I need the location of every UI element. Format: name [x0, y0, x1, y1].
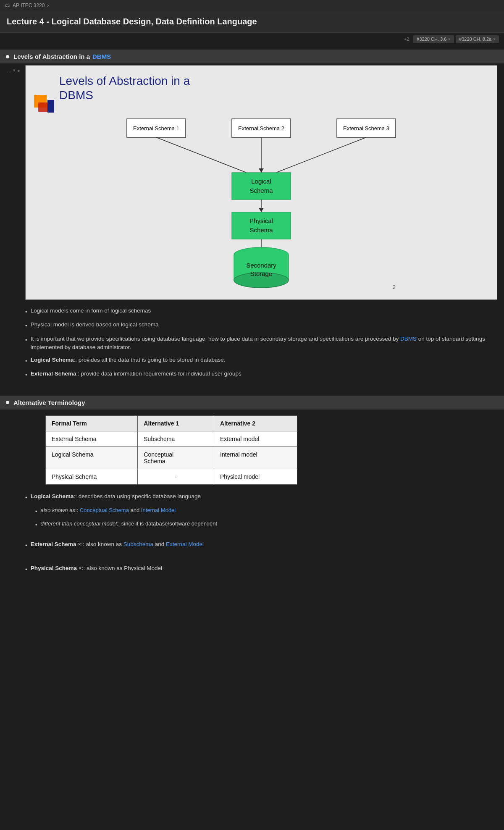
external-model-link[interactable]: External Model [166, 541, 204, 547]
sub-bullets-logical: • also known as:: Conceptual Schema and … [25, 506, 497, 529]
section1-notes: • Logical models come in form of logical… [0, 302, 504, 389]
svg-line-6 [156, 137, 247, 173]
table-cell: Physical Schema [46, 469, 138, 484]
bullet-external-schema: • External Schema ×:: also known as Subs… [25, 540, 497, 550]
conceptual-schema-link[interactable]: Conceptual Schema [80, 507, 129, 513]
tab-bar: +2 #3220 CH. 3.6 × #3220 CH. 8.2a × [0, 33, 504, 43]
table-row: External Schema Subschema External model [46, 431, 297, 447]
logical-schema-link[interactable]: Logical Schema [31, 493, 74, 499]
bullet-text: It is important that we provide specific… [31, 335, 496, 352]
section1-header: Levels of Abstraction in a DBMS [0, 50, 504, 63]
folder-icon: 🗂 [5, 3, 10, 8]
sub-bullet-item: • different than conceptual model:: sinc… [35, 520, 497, 529]
svg-text:Secondary: Secondary [246, 262, 276, 269]
bullet-text: Logical Schema:: describes data using sp… [31, 492, 201, 501]
col-header-alt1: Alternative 1 [138, 415, 214, 431]
section2-header: Alternative Terminology [0, 396, 504, 410]
slide-title: Levels of Abstraction in a DBMS [59, 74, 488, 102]
bullet-logical-schema: • Logical Schema:: describes data using … [25, 492, 497, 502]
svg-text:External Schema 1: External Schema 1 [133, 125, 179, 131]
section1-header-highlight: DBMS [92, 53, 111, 60]
tab-ch82a[interactable]: #3220 CH. 8.2a × [456, 35, 499, 43]
col-header-formal: Formal Term [46, 415, 138, 431]
bullet-dot: • [35, 507, 37, 516]
svg-marker-9 [259, 168, 264, 173]
table-row: Logical Schema ConceptualSchema Internal… [46, 447, 297, 469]
table-cell: Subschema [138, 431, 214, 447]
tab-ch82a-close[interactable]: × [493, 37, 496, 42]
internal-model-link[interactable]: Internal Model [141, 507, 176, 513]
table-row: Physical Schema - Physical model [46, 469, 297, 484]
svg-marker-14 [259, 208, 264, 212]
diagram-wrapper: External Schema 1 External Schema 2 Exte… [34, 110, 488, 291]
bullet-dot: • [25, 494, 27, 502]
section1-dot [6, 55, 9, 58]
abstraction-diagram: External Schema 1 External Schema 2 Exte… [118, 110, 404, 291]
svg-text:Physical: Physical [249, 217, 273, 224]
bullet-item: • It is important that we provide specif… [25, 335, 496, 352]
dbms-link[interactable]: DBMS [400, 336, 417, 342]
svg-text:External Schema 3: External Schema 3 [343, 125, 389, 131]
tab-ch36-close[interactable]: × [448, 37, 451, 42]
table-section: Formal Term Alternative 1 Alternative 2 … [0, 410, 504, 605]
svg-rect-10 [232, 173, 291, 200]
slide-wrapper: … ▾ ● Levels of Abstraction in a DBMS Ex… [0, 63, 504, 302]
svg-text:Logical: Logical [251, 178, 271, 185]
svg-text:Schema: Schema [249, 187, 273, 194]
breadcrumb: 🗂 AP ITEC 3220 › [0, 0, 504, 11]
bullet-text: External Schema:: provide data informati… [31, 370, 242, 378]
deco-blue [47, 100, 54, 113]
svg-text:Schema: Schema [249, 226, 273, 234]
sub-bullet-item: • also known as:: Conceptual Schema and … [35, 506, 497, 516]
svg-line-8 [276, 137, 366, 173]
bullet-dot: • [25, 357, 27, 365]
table-cell: ConceptualSchema [138, 447, 214, 469]
slide-frame: Levels of Abstraction in a DBMS External… [25, 65, 497, 300]
logical-schema-term: Logical Schema [31, 357, 74, 363]
bullet-dot: • [25, 371, 27, 379]
bullet-dot: • [25, 308, 27, 316]
slide-controls: … ▾ ● [7, 68, 20, 73]
bullet-text: Physical Schema ×:: also known as Physic… [31, 564, 162, 573]
bullet-item: • External Schema:: provide data informa… [25, 370, 496, 379]
italic-label: different than conceptual model [41, 520, 117, 527]
terminology-table: Formal Term Alternative 1 Alternative 2 … [45, 415, 297, 485]
bullet-dot: • [25, 336, 27, 344]
physical-schema-link[interactable]: Physical Schema [31, 565, 77, 571]
tab-plus-label[interactable]: +2 [404, 37, 410, 42]
bullet-item: • Logical Schema:: provides all the data… [25, 356, 496, 365]
bullet-item: • Logical models come in form of logical… [25, 307, 496, 316]
table-cell: Physical model [214, 469, 297, 484]
section2-dot [6, 401, 9, 404]
deco-red [38, 102, 47, 112]
bullet-dot: • [25, 565, 27, 574]
bullet-text: Physical model is derived based on logic… [31, 320, 159, 329]
table-cell: External Schema [46, 431, 138, 447]
tab-ch36[interactable]: #3220 CH. 3.6 × [413, 35, 454, 43]
bullet-text: Logical models come in form of logical s… [31, 307, 151, 315]
svg-text:External Schema 2: External Schema 2 [238, 125, 284, 131]
col-header-alt2: Alternative 2 [214, 415, 297, 431]
table-cell: - [138, 469, 214, 484]
table-cell: External model [214, 431, 297, 447]
bullet-text: Logical Schema:: provides all the data t… [31, 356, 226, 364]
slide-decoration [34, 95, 59, 120]
table-cell: Internal model [214, 447, 297, 469]
svg-text:Storage: Storage [250, 270, 273, 277]
bullet-physical-schema: • Physical Schema ×:: also known as Phys… [25, 564, 497, 574]
bullet-item: • Physical model is derived based on log… [25, 320, 496, 330]
bullet-dot: • [25, 541, 27, 550]
breadcrumb-path[interactable]: AP ITEC 3220 [13, 3, 45, 8]
chevron-icon: › [47, 3, 49, 8]
external-schema-link[interactable]: External Schema [31, 541, 76, 547]
bullet-text: different than conceptual model:: since … [41, 520, 218, 528]
bullet-dot: • [25, 322, 27, 330]
svg-text:2: 2 [393, 284, 396, 290]
page-title: Lecture 4 - Logical Database Design, Dat… [0, 11, 504, 33]
table-cell: Logical Schema [46, 447, 138, 469]
bullet-text: also known as:: Conceptual Schema and In… [41, 506, 176, 515]
subschema-link[interactable]: Subschema [123, 541, 153, 547]
italic-label: also known as [41, 507, 75, 513]
svg-rect-15 [232, 212, 291, 239]
external-schema-term: External Schema [31, 370, 76, 377]
